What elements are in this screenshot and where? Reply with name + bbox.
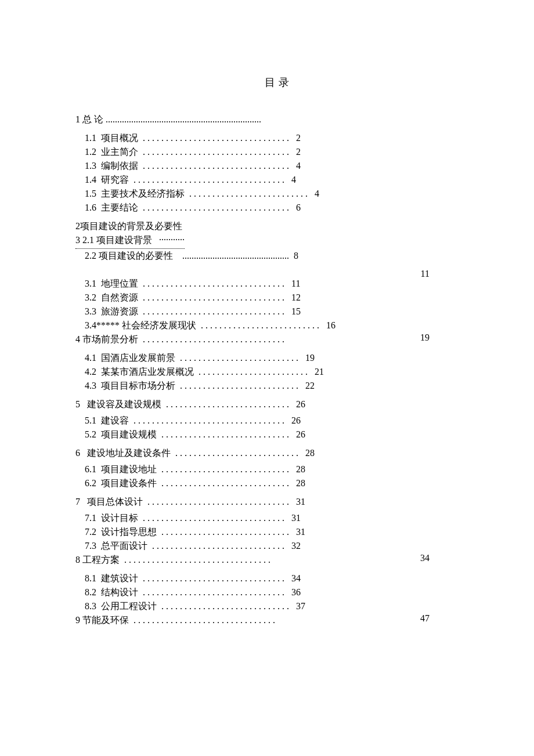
toc-entry-5-1: 5.1 建设容 . . . . . . . . . . . . . . . . …: [75, 414, 482, 428]
toc-entry-2: 2项目建设的背景及必要性: [75, 219, 482, 233]
side-page-9: 47: [420, 613, 430, 624]
toc-entry-7-1: 7.1 设计目标 . . . . . . . . . . . . . . . .…: [75, 511, 482, 525]
toc-entry-2-1-prefix: 3: [75, 235, 80, 245]
toc-entry-5-2: 5.2 项目建设规模 . . . . . . . . . . . . . . .…: [75, 428, 482, 442]
toc-entry-3-2: 3.2 自然资源 . . . . . . . . . . . . . . . .…: [75, 291, 482, 305]
toc-entry-1-5: 1.5 主要技术及经济指标 . . . . . . . . . . . . . …: [75, 187, 482, 201]
side-page-8: 34: [420, 553, 430, 563]
toc-entry-2-1: 3 2.1 项目建设背景 ···········: [75, 233, 482, 249]
toc-entry-8-1: 8.1 建筑设计 . . . . . . . . . . . . . . . .…: [75, 571, 482, 585]
toc-title: 目录: [75, 75, 482, 89]
toc-entry-4-2: 4.2 某某市酒店业发展概况 . . . . . . . . . . . . .…: [75, 365, 482, 379]
toc-entry-3-4: 3.4***** 社会经济发展现状 . . . . . . . . . . . …: [75, 319, 482, 332]
toc-entry-1-1: 1.1 项目概况 . . . . . . . . . . . . . . . .…: [75, 131, 482, 145]
toc-entry-1-6: 1.6 主要结论 . . . . . . . . . . . . . . . .…: [75, 201, 482, 215]
toc-entry-8-3: 8.3 公用工程设计 . . . . . . . . . . . . . . .…: [75, 599, 482, 613]
toc-entry-4-1: 4.1 国酒店业发展前景 . . . . . . . . . . . . . .…: [75, 351, 482, 365]
toc-page: 目录 1 总 论 ...............................…: [0, 0, 534, 662]
toc-entry-7-2: 7.2 设计指导思想 . . . . . . . . . . . . . . .…: [75, 525, 482, 539]
toc-entry-5: 5 建设容及建设规模 . . . . . . . . . . . . . . .…: [75, 397, 482, 411]
toc-entry-8-2: 8.2 结构设计 . . . . . . . . . . . . . . . .…: [75, 585, 482, 599]
toc-entry-1: 1 总 论 ..................................…: [75, 113, 482, 126]
toc-entry-1-2: 1.2 业主简介 . . . . . . . . . . . . . . . .…: [75, 145, 482, 159]
toc-entry-7-3: 7.3 总平面设计 . . . . . . . . . . . . . . . …: [75, 539, 482, 553]
side-page-3: 11: [421, 269, 430, 279]
toc-entry-7: 7 项目总体设计 . . . . . . . . . . . . . . . .…: [75, 495, 482, 509]
toc-entry-1-4: 1.4 研究容 . . . . . . . . . . . . . . . . …: [75, 173, 482, 187]
toc-entry-4-3: 4.3 项目目标市场分析 . . . . . . . . . . . . . .…: [75, 379, 482, 393]
toc-entry-6: 6 建设地址及建设条件 . . . . . . . . . . . . . . …: [75, 446, 482, 460]
toc-entry-2-1-text: 2.1 项目建设背景 ···········: [80, 235, 185, 245]
toc-entry-6-1: 6.1 项目建设地址 . . . . . . . . . . . . . . .…: [75, 462, 482, 476]
toc-entry-1-3: 1.3 编制依据 . . . . . . . . . . . . . . . .…: [75, 159, 482, 173]
toc-entry-2-2: 2.2 项目建设的必要性 ...........................…: [75, 249, 482, 263]
toc-entry-6-2: 6.2 项目建设条件 . . . . . . . . . . . . . . .…: [75, 476, 482, 490]
side-page-4: 19: [420, 332, 430, 343]
toc-entry-3-3: 3.3 旅游资源 . . . . . . . . . . . . . . . .…: [75, 305, 482, 319]
